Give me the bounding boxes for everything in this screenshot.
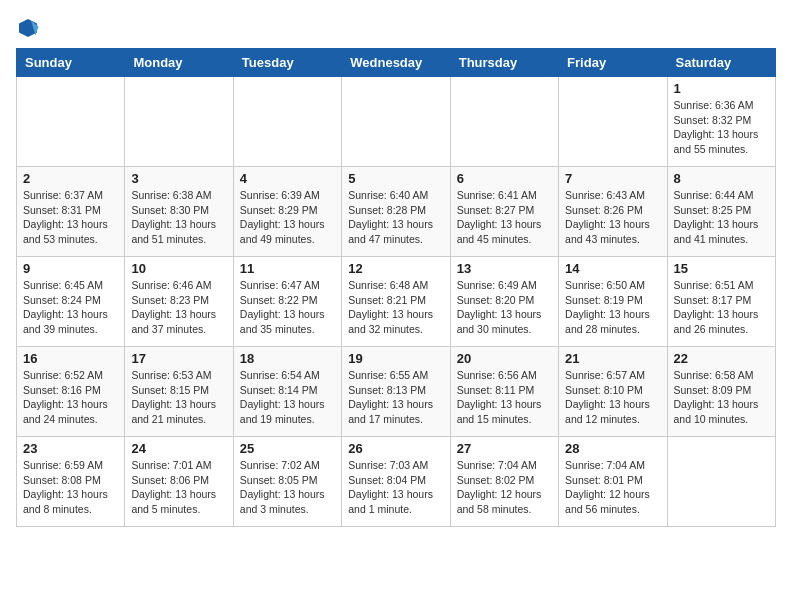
day-info: Sunrise: 6:52 AM Sunset: 8:16 PM Dayligh…: [23, 368, 118, 427]
calendar-cell: [342, 77, 450, 167]
day-info: Sunrise: 6:54 AM Sunset: 8:14 PM Dayligh…: [240, 368, 335, 427]
calendar-cell: 7Sunrise: 6:43 AM Sunset: 8:26 PM Daylig…: [559, 167, 667, 257]
day-info: Sunrise: 6:59 AM Sunset: 8:08 PM Dayligh…: [23, 458, 118, 517]
day-info: Sunrise: 6:38 AM Sunset: 8:30 PM Dayligh…: [131, 188, 226, 247]
day-of-week-header: Friday: [559, 49, 667, 77]
day-number: 3: [131, 171, 226, 186]
calendar-cell: 12Sunrise: 6:48 AM Sunset: 8:21 PM Dayli…: [342, 257, 450, 347]
day-of-week-header: Tuesday: [233, 49, 341, 77]
day-info: Sunrise: 6:41 AM Sunset: 8:27 PM Dayligh…: [457, 188, 552, 247]
calendar-week-row: 9Sunrise: 6:45 AM Sunset: 8:24 PM Daylig…: [17, 257, 776, 347]
day-info: Sunrise: 6:44 AM Sunset: 8:25 PM Dayligh…: [674, 188, 769, 247]
day-info: Sunrise: 6:39 AM Sunset: 8:29 PM Dayligh…: [240, 188, 335, 247]
day-number: 7: [565, 171, 660, 186]
day-number: 11: [240, 261, 335, 276]
day-info: Sunrise: 6:50 AM Sunset: 8:19 PM Dayligh…: [565, 278, 660, 337]
day-number: 26: [348, 441, 443, 456]
day-number: 15: [674, 261, 769, 276]
day-info: Sunrise: 6:46 AM Sunset: 8:23 PM Dayligh…: [131, 278, 226, 337]
calendar-header-row: SundayMondayTuesdayWednesdayThursdayFrid…: [17, 49, 776, 77]
day-of-week-header: Saturday: [667, 49, 775, 77]
header: [16, 16, 776, 40]
day-number: 22: [674, 351, 769, 366]
day-info: Sunrise: 6:37 AM Sunset: 8:31 PM Dayligh…: [23, 188, 118, 247]
calendar-cell: 6Sunrise: 6:41 AM Sunset: 8:27 PM Daylig…: [450, 167, 558, 257]
calendar-cell: 5Sunrise: 6:40 AM Sunset: 8:28 PM Daylig…: [342, 167, 450, 257]
calendar-cell: 1Sunrise: 6:36 AM Sunset: 8:32 PM Daylig…: [667, 77, 775, 167]
day-info: Sunrise: 6:43 AM Sunset: 8:26 PM Dayligh…: [565, 188, 660, 247]
day-of-week-header: Sunday: [17, 49, 125, 77]
day-number: 20: [457, 351, 552, 366]
logo-icon: [16, 16, 40, 40]
calendar-cell: 27Sunrise: 7:04 AM Sunset: 8:02 PM Dayli…: [450, 437, 558, 527]
day-number: 28: [565, 441, 660, 456]
calendar-cell: [17, 77, 125, 167]
day-number: 6: [457, 171, 552, 186]
calendar-cell: 23Sunrise: 6:59 AM Sunset: 8:08 PM Dayli…: [17, 437, 125, 527]
day-number: 13: [457, 261, 552, 276]
calendar-cell: 13Sunrise: 6:49 AM Sunset: 8:20 PM Dayli…: [450, 257, 558, 347]
day-number: 14: [565, 261, 660, 276]
logo: [16, 16, 44, 40]
day-info: Sunrise: 7:04 AM Sunset: 8:01 PM Dayligh…: [565, 458, 660, 517]
calendar-cell: [667, 437, 775, 527]
day-number: 12: [348, 261, 443, 276]
day-number: 19: [348, 351, 443, 366]
day-info: Sunrise: 6:36 AM Sunset: 8:32 PM Dayligh…: [674, 98, 769, 157]
calendar-cell: 22Sunrise: 6:58 AM Sunset: 8:09 PM Dayli…: [667, 347, 775, 437]
calendar-week-row: 2Sunrise: 6:37 AM Sunset: 8:31 PM Daylig…: [17, 167, 776, 257]
day-number: 17: [131, 351, 226, 366]
calendar-cell: 3Sunrise: 6:38 AM Sunset: 8:30 PM Daylig…: [125, 167, 233, 257]
day-info: Sunrise: 6:53 AM Sunset: 8:15 PM Dayligh…: [131, 368, 226, 427]
calendar-cell: 14Sunrise: 6:50 AM Sunset: 8:19 PM Dayli…: [559, 257, 667, 347]
day-number: 27: [457, 441, 552, 456]
calendar-cell: 19Sunrise: 6:55 AM Sunset: 8:13 PM Dayli…: [342, 347, 450, 437]
calendar-cell: 17Sunrise: 6:53 AM Sunset: 8:15 PM Dayli…: [125, 347, 233, 437]
day-info: Sunrise: 7:01 AM Sunset: 8:06 PM Dayligh…: [131, 458, 226, 517]
calendar-week-row: 16Sunrise: 6:52 AM Sunset: 8:16 PM Dayli…: [17, 347, 776, 437]
calendar-cell: [233, 77, 341, 167]
calendar-cell: 26Sunrise: 7:03 AM Sunset: 8:04 PM Dayli…: [342, 437, 450, 527]
day-number: 10: [131, 261, 226, 276]
calendar-cell: [559, 77, 667, 167]
calendar-cell: 20Sunrise: 6:56 AM Sunset: 8:11 PM Dayli…: [450, 347, 558, 437]
calendar-cell: 25Sunrise: 7:02 AM Sunset: 8:05 PM Dayli…: [233, 437, 341, 527]
day-info: Sunrise: 6:56 AM Sunset: 8:11 PM Dayligh…: [457, 368, 552, 427]
day-info: Sunrise: 6:40 AM Sunset: 8:28 PM Dayligh…: [348, 188, 443, 247]
calendar-cell: 18Sunrise: 6:54 AM Sunset: 8:14 PM Dayli…: [233, 347, 341, 437]
day-number: 9: [23, 261, 118, 276]
calendar-cell: 11Sunrise: 6:47 AM Sunset: 8:22 PM Dayli…: [233, 257, 341, 347]
day-info: Sunrise: 6:49 AM Sunset: 8:20 PM Dayligh…: [457, 278, 552, 337]
day-number: 16: [23, 351, 118, 366]
day-info: Sunrise: 6:48 AM Sunset: 8:21 PM Dayligh…: [348, 278, 443, 337]
calendar-week-row: 1Sunrise: 6:36 AM Sunset: 8:32 PM Daylig…: [17, 77, 776, 167]
day-number: 23: [23, 441, 118, 456]
day-info: Sunrise: 7:02 AM Sunset: 8:05 PM Dayligh…: [240, 458, 335, 517]
day-number: 4: [240, 171, 335, 186]
calendar-cell: 15Sunrise: 6:51 AM Sunset: 8:17 PM Dayli…: [667, 257, 775, 347]
day-info: Sunrise: 6:45 AM Sunset: 8:24 PM Dayligh…: [23, 278, 118, 337]
calendar-cell: 24Sunrise: 7:01 AM Sunset: 8:06 PM Dayli…: [125, 437, 233, 527]
day-number: 1: [674, 81, 769, 96]
calendar: SundayMondayTuesdayWednesdayThursdayFrid…: [16, 48, 776, 527]
calendar-cell: 9Sunrise: 6:45 AM Sunset: 8:24 PM Daylig…: [17, 257, 125, 347]
day-of-week-header: Thursday: [450, 49, 558, 77]
calendar-cell: 16Sunrise: 6:52 AM Sunset: 8:16 PM Dayli…: [17, 347, 125, 437]
day-number: 24: [131, 441, 226, 456]
calendar-cell: 28Sunrise: 7:04 AM Sunset: 8:01 PM Dayli…: [559, 437, 667, 527]
day-info: Sunrise: 7:03 AM Sunset: 8:04 PM Dayligh…: [348, 458, 443, 517]
day-number: 5: [348, 171, 443, 186]
day-of-week-header: Monday: [125, 49, 233, 77]
calendar-cell: 8Sunrise: 6:44 AM Sunset: 8:25 PM Daylig…: [667, 167, 775, 257]
calendar-cell: 4Sunrise: 6:39 AM Sunset: 8:29 PM Daylig…: [233, 167, 341, 257]
day-number: 25: [240, 441, 335, 456]
day-of-week-header: Wednesday: [342, 49, 450, 77]
day-info: Sunrise: 6:47 AM Sunset: 8:22 PM Dayligh…: [240, 278, 335, 337]
day-number: 21: [565, 351, 660, 366]
day-info: Sunrise: 6:55 AM Sunset: 8:13 PM Dayligh…: [348, 368, 443, 427]
day-info: Sunrise: 7:04 AM Sunset: 8:02 PM Dayligh…: [457, 458, 552, 517]
day-number: 8: [674, 171, 769, 186]
calendar-cell: 10Sunrise: 6:46 AM Sunset: 8:23 PM Dayli…: [125, 257, 233, 347]
day-number: 18: [240, 351, 335, 366]
day-info: Sunrise: 6:58 AM Sunset: 8:09 PM Dayligh…: [674, 368, 769, 427]
